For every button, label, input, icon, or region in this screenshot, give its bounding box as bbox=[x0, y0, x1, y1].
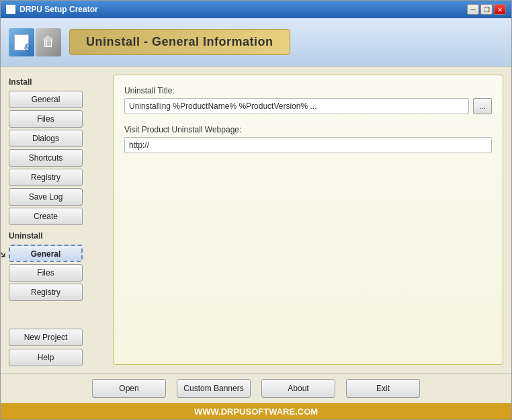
header-title: Uninstall - General Information bbox=[86, 35, 273, 48]
title-bar-title: DRPU Setup Creator bbox=[6, 5, 98, 14]
arrow-container: ↘ General bbox=[9, 245, 97, 262]
sidebar-btn-uninstall-files[interactable]: Files bbox=[9, 264, 83, 282]
sidebar-bottom: New Project Help bbox=[9, 322, 97, 366]
visit-webpage-label: Visit Product Uninstall Webpage: bbox=[124, 125, 492, 134]
content-area: Install General Files Dialogs Shortcuts … bbox=[1, 67, 511, 373]
uninstall-title-input[interactable] bbox=[124, 98, 469, 114]
bottom-bar: Open Custom Banners About Exit bbox=[1, 373, 511, 403]
custom-banners-button[interactable]: Custom Banners bbox=[177, 379, 251, 398]
minimize-button[interactable]: ─ bbox=[467, 4, 479, 15]
sidebar-btn-install-savelog[interactable]: Save Log bbox=[9, 188, 83, 206]
exit-button[interactable]: Exit bbox=[346, 379, 420, 398]
sidebar-btn-install-registry[interactable]: Registry bbox=[9, 169, 83, 186]
help-button[interactable]: Help bbox=[9, 349, 83, 366]
sidebar-btn-install-general[interactable]: General bbox=[9, 91, 83, 108]
title-bar-buttons: ─ ❐ ✕ bbox=[467, 4, 506, 15]
footer-text: WWW.DRPUSOFTWARE.COM bbox=[194, 407, 318, 417]
window-body: ✎ 🗑 Uninstall - General Information Inst… bbox=[1, 18, 511, 419]
restore-button[interactable]: ❐ bbox=[480, 4, 493, 15]
visit-webpage-row bbox=[124, 137, 492, 153]
header-title-banner: Uninstall - General Information bbox=[69, 29, 290, 55]
uninstall-title-row: ... bbox=[124, 98, 492, 114]
app-icon bbox=[6, 5, 15, 14]
browse-button[interactable]: ... bbox=[473, 98, 492, 114]
main-content-box: Uninstall Title: ... Visit Product Unins… bbox=[113, 75, 503, 365]
uninstall-title-group: Uninstall Title: ... bbox=[124, 86, 492, 114]
main-window: DRPU Setup Creator ─ ❐ ✕ ✎ 🗑 Uninstall -… bbox=[0, 0, 512, 420]
sidebar-btn-install-create[interactable]: Create bbox=[9, 208, 83, 225]
title-bar: DRPU Setup Creator ─ ❐ ✕ bbox=[1, 1, 511, 18]
sidebar: Install General Files Dialogs Shortcuts … bbox=[1, 67, 105, 373]
open-button[interactable]: Open bbox=[92, 379, 166, 398]
visit-webpage-group: Visit Product Uninstall Webpage: bbox=[124, 125, 492, 153]
install-section-label: Install bbox=[9, 77, 97, 87]
sidebar-btn-install-dialogs[interactable]: Dialogs bbox=[9, 130, 83, 147]
footer-bar: WWW.DRPUSOFTWARE.COM bbox=[1, 403, 511, 419]
close-button[interactable]: ✕ bbox=[494, 4, 506, 15]
header-icons: ✎ 🗑 bbox=[9, 28, 61, 56]
arrow-icon: ↘ bbox=[1, 246, 7, 261]
sidebar-btn-install-shortcuts[interactable]: Shortcuts bbox=[9, 149, 83, 167]
uninstall-section-label: Uninstall bbox=[9, 231, 97, 241]
sidebar-btn-install-files[interactable]: Files bbox=[9, 110, 83, 128]
header-area: ✎ 🗑 Uninstall - General Information bbox=[1, 18, 511, 67]
about-button[interactable]: About bbox=[261, 379, 335, 398]
new-project-button[interactable]: New Project bbox=[9, 329, 83, 346]
sidebar-btn-uninstall-general[interactable]: General bbox=[9, 245, 83, 262]
main-panel: Uninstall Title: ... Visit Product Unins… bbox=[105, 67, 511, 373]
trash-icon: 🗑 bbox=[36, 28, 61, 56]
uninstall-title-label: Uninstall Title: bbox=[124, 86, 492, 95]
window-title: DRPU Setup Creator bbox=[19, 5, 98, 14]
sidebar-btn-uninstall-registry[interactable]: Registry bbox=[9, 284, 83, 301]
visit-webpage-input[interactable] bbox=[124, 137, 492, 153]
document-icon: ✎ bbox=[9, 28, 34, 56]
